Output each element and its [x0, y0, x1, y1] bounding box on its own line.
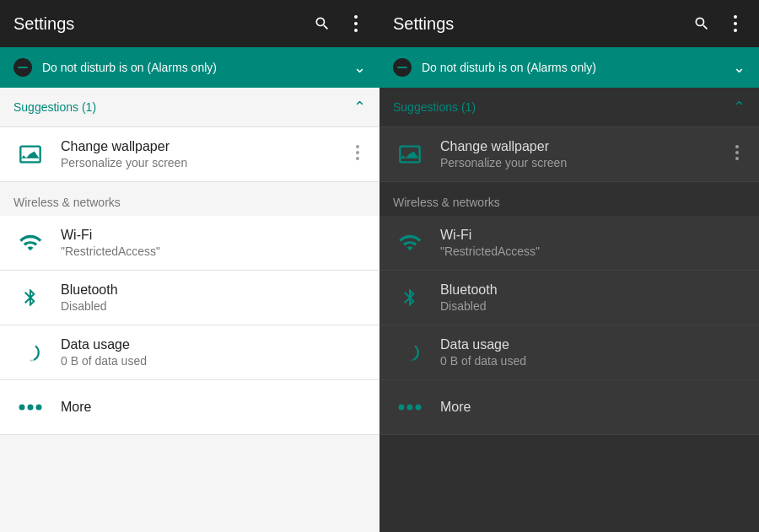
- svg-point-10: [36, 405, 42, 411]
- more-content-light: More: [61, 400, 366, 415]
- search-icon-dark[interactable]: [692, 13, 712, 34]
- panel-dark: Settings Do not disturb is on (Alarms on…: [380, 0, 759, 532]
- wifi-icon-dark: [393, 226, 427, 260]
- svg-point-20: [407, 405, 413, 411]
- data-usage-content-dark: Data usage 0 B of data used: [440, 337, 746, 368]
- wallpaper-subtitle-light: Personalize your screen: [61, 156, 349, 169]
- more-item-light[interactable]: More: [0, 380, 380, 435]
- svg-point-0: [354, 15, 358, 19]
- bluetooth-subtitle-light: Disabled: [61, 299, 366, 313]
- dnd-text-dark: Do not disturb is on (Alarms only): [422, 61, 723, 74]
- data-usage-subtitle-light: 0 B of data used: [61, 354, 366, 368]
- wifi-item-light[interactable]: Wi-Fi "RestrictedAccess": [0, 216, 380, 271]
- bluetooth-subtitle-dark: Disabled: [440, 299, 746, 313]
- more-options-icon-dark[interactable]: [725, 13, 746, 34]
- bluetooth-icon-light: [13, 281, 47, 314]
- wifi-content-light: Wi-Fi "RestrictedAccess": [61, 228, 366, 258]
- wallpaper-item-light[interactable]: Change wallpaper Personalize your screen: [0, 127, 380, 182]
- bluetooth-icon-dark: [393, 281, 427, 314]
- top-bar-light: Settings: [0, 0, 380, 47]
- svg-point-12: [734, 22, 737, 25]
- dnd-chevron-icon-dark: ⌄: [733, 58, 746, 77]
- more-icon-light: [13, 390, 47, 424]
- bluetooth-title-dark: Bluetooth: [440, 282, 746, 298]
- wallpaper-subtitle-dark: Personalize your screen: [440, 156, 729, 169]
- wallpaper-more-dark[interactable]: [729, 138, 746, 171]
- top-bar-icons-light: [312, 13, 366, 34]
- svg-point-3: [356, 145, 359, 148]
- data-usage-title-dark: Data usage: [440, 337, 746, 352]
- data-usage-icon-dark: [393, 336, 427, 369]
- bluetooth-item-light[interactable]: Bluetooth Disabled: [0, 271, 380, 325]
- bluetooth-item-dark[interactable]: Bluetooth Disabled: [380, 271, 759, 325]
- suggestions-label-light: Suggestions (1): [13, 100, 96, 114]
- wallpaper-icon-light: [13, 137, 47, 171]
- panel-light: Settings Do not disturb is on (Alarms on…: [0, 0, 380, 532]
- wireless-section-label-dark: Wireless & networks: [380, 182, 759, 216]
- more-content-dark: More: [440, 400, 746, 415]
- data-usage-subtitle-dark: 0 B of data used: [440, 354, 746, 368]
- suggestions-header-light[interactable]: Suggestions (1) ⌃: [0, 88, 380, 127]
- dnd-banner-light[interactable]: Do not disturb is on (Alarms only) ⌄: [0, 47, 380, 88]
- more-title-dark: More: [440, 400, 746, 415]
- bluetooth-content-light: Bluetooth Disabled: [61, 282, 366, 313]
- wireless-section-label-light: Wireless & networks: [0, 182, 380, 216]
- suggestions-chevron-dark: ⌃: [733, 98, 746, 116]
- wallpaper-title-dark: Change wallpaper: [440, 139, 729, 154]
- dnd-text-light: Do not disturb is on (Alarms only): [42, 61, 343, 74]
- svg-point-21: [416, 405, 422, 411]
- svg-point-8: [19, 405, 25, 411]
- svg-point-2: [354, 29, 358, 32]
- top-bar-icons-dark: [692, 13, 746, 34]
- suggestions-header-dark[interactable]: Suggestions (1) ⌃: [380, 88, 759, 127]
- wifi-title-light: Wi-Fi: [61, 228, 366, 243]
- svg-point-19: [399, 405, 405, 411]
- wifi-title-dark: Wi-Fi: [440, 228, 746, 243]
- svg-point-9: [28, 405, 34, 411]
- svg-point-4: [356, 151, 359, 154]
- wallpaper-content-light: Change wallpaper Personalize your screen: [61, 139, 349, 169]
- svg-point-11: [734, 15, 737, 19]
- more-options-icon-light[interactable]: [346, 13, 366, 34]
- suggestions-label-dark: Suggestions (1): [393, 100, 476, 114]
- wifi-subtitle-dark: "RestrictedAccess": [440, 245, 746, 258]
- data-usage-item-light[interactable]: Data usage 0 B of data used: [0, 325, 380, 380]
- bluetooth-content-dark: Bluetooth Disabled: [440, 282, 746, 313]
- wallpaper-content-dark: Change wallpaper Personalize your screen: [440, 139, 729, 169]
- suggestions-chevron-light: ⌃: [353, 98, 366, 116]
- page-title-light: Settings: [13, 14, 312, 34]
- data-usage-title-light: Data usage: [61, 337, 366, 352]
- svg-point-15: [735, 151, 739, 154]
- dnd-chevron-icon-light: ⌄: [353, 58, 366, 77]
- more-item-dark[interactable]: More: [380, 380, 759, 435]
- bluetooth-title-light: Bluetooth: [61, 282, 366, 298]
- wifi-content-dark: Wi-Fi "RestrictedAccess": [440, 228, 746, 258]
- wallpaper-item-dark[interactable]: Change wallpaper Personalize your screen: [380, 127, 759, 182]
- svg-point-5: [356, 157, 359, 160]
- more-title-light: More: [61, 400, 366, 415]
- data-usage-item-dark[interactable]: Data usage 0 B of data used: [380, 325, 759, 380]
- svg-point-1: [354, 22, 358, 25]
- dnd-minus-icon-dark: [393, 58, 412, 77]
- dnd-banner-dark[interactable]: Do not disturb is on (Alarms only) ⌄: [380, 47, 759, 88]
- svg-point-13: [734, 29, 737, 32]
- wallpaper-icon-dark: [393, 137, 427, 171]
- search-icon-light[interactable]: [312, 13, 332, 34]
- wifi-item-dark[interactable]: Wi-Fi "RestrictedAccess": [380, 216, 759, 271]
- svg-point-16: [735, 157, 739, 160]
- more-icon-dark: [393, 390, 427, 424]
- wifi-icon-light: [13, 226, 47, 260]
- wallpaper-title-light: Change wallpaper: [61, 139, 349, 154]
- page-title-dark: Settings: [393, 14, 692, 34]
- top-bar-dark: Settings: [380, 0, 759, 47]
- wifi-subtitle-light: "RestrictedAccess": [61, 245, 366, 258]
- wallpaper-more-light[interactable]: [349, 138, 366, 171]
- data-usage-icon-light: [13, 336, 47, 369]
- dnd-minus-icon-light: [13, 58, 32, 77]
- data-usage-content-light: Data usage 0 B of data used: [61, 337, 366, 368]
- svg-point-14: [735, 145, 739, 148]
